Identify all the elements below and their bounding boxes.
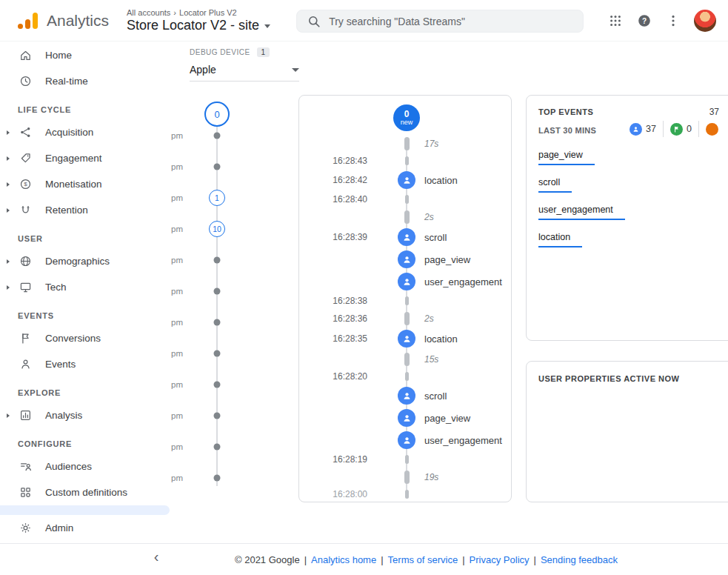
timeline-marker[interactable]: pm 1 [159,182,241,213]
sidebar-item-user: USER [0,223,175,248]
footer-link-sending-feedback[interactable]: Sending feedback [541,554,618,565]
sidebar-item-label: Real-time [45,76,88,87]
person-event-icon [398,431,415,449]
top-event-item-scroll[interactable]: scroll [538,175,728,193]
stream-row-scroll[interactable]: scroll [299,385,511,407]
person-event-icon [398,228,415,246]
debug-device-header: DEBUG DEVICE 1 Apple [190,47,301,82]
stream-row-marker [398,228,415,246]
event-counter [698,121,728,137]
search-icon [307,13,321,30]
timeline-marker[interactable]: pm [159,151,241,182]
sidebar-item-custom-definitions[interactable]: Custom definitions [0,479,175,505]
avatar[interactable] [694,10,716,32]
sidebar-item-label: Analysis [45,410,82,422]
sidebar-item-label: USER [18,233,43,245]
timeline-marker[interactable]: pm 10 [159,213,241,245]
ga-logo[interactable]: Analytics [16,10,109,30]
sidebar-item-real-time[interactable]: Real-time [0,68,175,94]
stream-row-marker [398,137,415,150]
stream-row-marker [398,471,415,484]
chevron-left-icon: ‹ [154,548,159,565]
footer-link-terms-of-service[interactable]: Terms of service [388,554,458,565]
search-bar[interactable] [296,10,584,33]
stream-row-location[interactable]: 16:28:35 location [299,328,511,350]
stream-row-location[interactable]: 16:28:42 location [299,169,511,191]
timeline-marker[interactable]: pm [159,307,241,338]
top-event-item-location[interactable]: location [538,230,728,247]
event-counter-value: 0 [687,124,692,134]
footer-link-privacy-policy[interactable]: Privacy Policy [470,554,530,565]
timeline-marker-dot [214,444,221,451]
admin-icon [18,521,33,536]
debug-device-label-row: DEBUG DEVICE 1 [190,47,301,57]
stream-row-scroll[interactable]: 16:28:39 scroll [299,226,511,248]
more-vert-icon[interactable] [665,13,681,29]
counter-error-icon [706,123,718,136]
sidebar-item-events[interactable]: Events [0,351,175,377]
expand-arrow-icon [7,130,10,135]
stream-now-badge[interactable]: 0 new [393,104,420,131]
sidebar-item-engagement[interactable]: Engagement [0,145,175,171]
breadcrumb-current[interactable]: Locator Plus V2 [179,8,237,17]
stream-row-user-engagement[interactable]: user_engagement [299,429,511,451]
sidebar-item-conversions[interactable]: Conversions [0,325,175,351]
footer-link-analytics-home[interactable]: Analytics home [311,554,376,565]
stream-row-time: 16:28:20 [299,371,394,382]
search-input[interactable] [329,16,573,27]
stream-row-marker [398,409,415,427]
sidebar-item-tech[interactable]: Tech [0,274,175,300]
top-events-counters: 37 0 [623,121,728,137]
stream-row-marker [398,210,415,224]
timeline-marker-dot: 10 [209,221,225,237]
sidebar-item-monetisation[interactable]: $ Monetisation [0,171,175,197]
footer-separator: | [304,554,307,565]
home-icon [18,48,33,63]
property-selector[interactable]: All accounts › Locator Plus V2 Store Loc… [127,8,270,33]
footer-separator: | [381,554,383,565]
retention-icon [18,203,33,218]
timeline-marker-dot [214,164,221,170]
stream-row-page-view[interactable]: page_view [299,248,511,270]
sidebar-collapse-button[interactable]: ‹ [147,547,166,566]
top-event-item-page-view[interactable]: page_view [538,147,728,165]
timeline-marker-dot: 1 [209,190,225,206]
apps-grid-icon[interactable] [607,13,624,29]
debug-device-select[interactable]: Apple [190,64,299,82]
timeline-marker[interactable]: pm [159,369,241,400]
logo-bar-short [25,19,30,29]
timeline-marker-dot [214,413,221,419]
sidebar-item-analysis[interactable]: Analysis [0,402,175,428]
property-title-row[interactable]: Store Locator V2 - site [127,18,270,33]
timeline-marker[interactable]: pm [159,245,241,276]
minute-timeline: pm pm pm 1 pm 10 pm pm pm [159,120,241,493]
minute-timeline-top-counter[interactable]: 0 [204,102,230,127]
help-icon[interactable]: ? [636,13,652,29]
timeline-marker[interactable]: pm [159,276,241,307]
timeline-marker[interactable]: pm [159,462,241,493]
sidebar-item-retention[interactable]: Retention [0,197,175,223]
stream-row-label: scroll [424,232,447,243]
sidebar-item[interactable] [0,505,170,515]
sidebar-item-label: Engagement [45,153,102,164]
timeline-marker[interactable]: pm [159,431,241,462]
timeline-marker-time: pm [159,473,183,482]
top-event-item-user-engagement[interactable]: user_engagement [538,202,728,220]
timeline-marker[interactable]: pm [159,338,241,369]
debugview-stream-panel: 0 new 17s 16:28:43 16:28:42 [298,95,512,502]
breadcrumb: All accounts › Locator Plus V2 [127,8,270,17]
sidebar-item-admin[interactable]: Admin [0,515,175,541]
stream-row: 16:28:20 [299,368,511,385]
counter-conversion-icon [670,123,683,136]
stream-row-page-view[interactable]: page_view [299,407,511,429]
sidebar-item-acquisition[interactable]: Acquisition [0,119,175,145]
sidebar-item-audiences[interactable]: Audiences [0,453,175,479]
sidebar-item-home[interactable]: Home [0,42,175,68]
timeline-marker[interactable]: pm [159,120,241,151]
stream-row-user-engagement[interactable]: user_engagement [299,270,511,293]
timeline-marker-dot [214,257,221,264]
stream-row-marker [398,312,415,325]
timeline-marker[interactable]: pm [159,400,241,431]
sidebar-item-demographics[interactable]: Demographics [0,248,175,274]
breadcrumb-root[interactable]: All accounts [127,8,170,17]
